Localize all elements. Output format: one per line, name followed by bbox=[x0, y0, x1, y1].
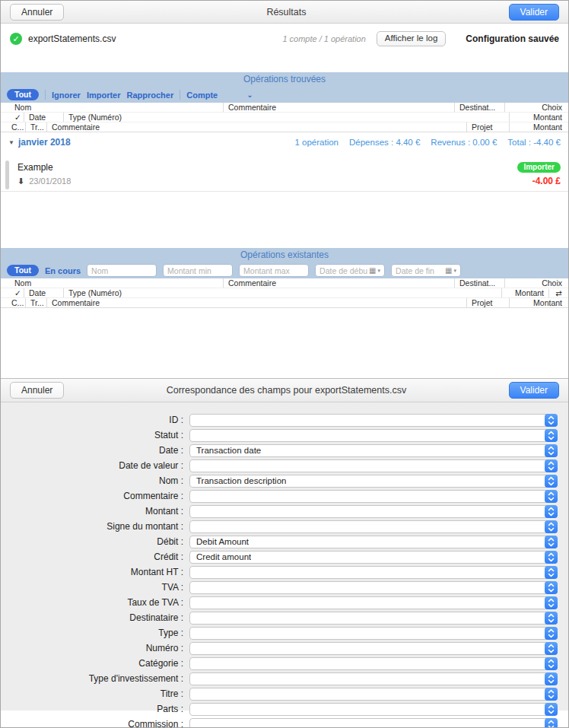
popup-stepper-icon[interactable] bbox=[545, 536, 558, 548]
field-select[interactable] bbox=[189, 703, 558, 716]
date-end-input[interactable] bbox=[396, 266, 443, 275]
popup-stepper-icon[interactable] bbox=[545, 505, 558, 518]
field-select[interactable] bbox=[189, 596, 558, 609]
validate-button-mapping[interactable]: Valider bbox=[509, 382, 559, 399]
col-nom[interactable]: Nom bbox=[1, 103, 223, 112]
field-select[interactable] bbox=[189, 490, 558, 503]
popup-stepper-icon[interactable] bbox=[545, 475, 558, 488]
popup-stepper-icon[interactable] bbox=[545, 490, 558, 503]
col-montant[interactable]: Montant bbox=[501, 288, 548, 297]
field-select[interactable] bbox=[189, 718, 558, 728]
popup-stepper-icon[interactable] bbox=[545, 459, 558, 472]
amount-max-field[interactable] bbox=[239, 264, 309, 277]
name-filter-input[interactable] bbox=[91, 266, 152, 275]
field-select[interactable] bbox=[189, 642, 558, 655]
calendar-icon[interactable]: ▦ bbox=[445, 267, 452, 275]
popup-stepper-icon[interactable] bbox=[545, 627, 558, 640]
col-projet[interactable]: Projet bbox=[466, 298, 509, 307]
field-select[interactable]: Transaction description bbox=[189, 475, 558, 488]
amount-min-input[interactable] bbox=[167, 266, 228, 275]
popup-stepper-icon[interactable] bbox=[545, 642, 558, 655]
popup-stepper-icon[interactable] bbox=[545, 672, 558, 685]
field-select[interactable] bbox=[189, 672, 558, 685]
filter-account[interactable]: Compte bbox=[186, 91, 218, 100]
col-choix[interactable]: Choix bbox=[504, 278, 568, 288]
col-commentaire-2[interactable]: Commentaire bbox=[46, 122, 466, 132]
popup-stepper-icon[interactable] bbox=[545, 444, 558, 457]
field-select[interactable] bbox=[189, 627, 558, 640]
popup-stepper-icon[interactable] bbox=[545, 718, 558, 728]
col-commentaire-2[interactable]: Commentaire bbox=[46, 298, 466, 307]
field-select[interactable]: Transaction date bbox=[189, 444, 558, 457]
field-select[interactable] bbox=[189, 414, 558, 427]
col-type[interactable]: Type (Numéro) bbox=[63, 288, 501, 297]
popup-stepper-icon[interactable] bbox=[545, 520, 558, 533]
calendar-icon[interactable]: ▦ bbox=[369, 267, 376, 275]
name-filter-field[interactable] bbox=[87, 264, 157, 277]
date-start-input[interactable] bbox=[319, 266, 367, 275]
col-commentaire[interactable]: Commentaire bbox=[223, 103, 454, 112]
col-projet[interactable]: Projet bbox=[466, 122, 509, 132]
col-tr[interactable]: Tr... bbox=[25, 122, 46, 132]
filter-all[interactable]: Tout bbox=[7, 89, 39, 100]
field-select[interactable] bbox=[189, 581, 558, 594]
col-destinataire[interactable]: Destinat... bbox=[454, 278, 504, 288]
popup-stepper-icon[interactable] bbox=[545, 703, 558, 716]
popup-stepper-icon[interactable] bbox=[545, 414, 558, 427]
validate-button[interactable]: Valider bbox=[509, 4, 559, 21]
date-end-field[interactable]: ▦ ▾ bbox=[391, 264, 461, 277]
field-select[interactable]: Credit amount bbox=[189, 551, 558, 564]
col-choix[interactable]: Choix bbox=[504, 103, 568, 112]
filter-ignore[interactable]: Ignorer bbox=[52, 91, 81, 100]
chevron-down-icon[interactable]: ▾ bbox=[378, 268, 381, 274]
col-date[interactable]: Date bbox=[24, 288, 63, 297]
col-type[interactable]: Type (Numéro) bbox=[63, 113, 509, 122]
chevron-down-icon[interactable]: ⌄ bbox=[246, 91, 253, 99]
popup-stepper-icon[interactable] bbox=[545, 429, 558, 442]
date-start-field[interactable]: ▦ ▾ bbox=[315, 264, 385, 277]
col-commentaire[interactable]: Commentaire bbox=[223, 278, 454, 288]
show-log-button[interactable]: Afficher le log bbox=[377, 31, 446, 46]
amount-max-input[interactable] bbox=[243, 266, 304, 275]
popup-stepper-icon[interactable] bbox=[545, 566, 558, 579]
col-nom[interactable]: Nom bbox=[1, 278, 223, 288]
popup-stepper-icon[interactable] bbox=[545, 688, 558, 701]
col-c[interactable]: C... bbox=[1, 298, 25, 307]
col-c[interactable]: C... bbox=[1, 122, 25, 132]
cancel-button-mapping[interactable]: Annuler bbox=[10, 382, 64, 399]
field-select[interactable] bbox=[189, 459, 558, 472]
popup-stepper-icon[interactable] bbox=[545, 657, 558, 670]
col-check[interactable]: ✓ bbox=[1, 288, 24, 297]
filter-match[interactable]: Rapprocher bbox=[127, 91, 174, 100]
col-tr[interactable]: Tr... bbox=[25, 298, 46, 307]
disclosure-triangle-icon[interactable]: ▼ bbox=[8, 139, 14, 146]
col-montant-2[interactable]: Montant bbox=[509, 298, 568, 307]
col-check[interactable]: ✓ bbox=[1, 113, 24, 122]
col-montant[interactable]: Montant bbox=[509, 113, 568, 122]
field-select[interactable] bbox=[189, 657, 558, 670]
popup-stepper-icon[interactable] bbox=[545, 612, 558, 625]
field-select[interactable] bbox=[189, 429, 558, 442]
filter-in-progress[interactable]: En cours bbox=[45, 266, 81, 275]
operation-row[interactable]: Example Importer ⬇ 23/01/2018 -4.00 £ bbox=[1, 158, 568, 192]
field-select[interactable] bbox=[189, 612, 558, 625]
field-select[interactable]: Debit Amount bbox=[189, 536, 558, 548]
popup-stepper-icon[interactable] bbox=[545, 581, 558, 594]
transfer-arrows-icon[interactable]: ⇄ bbox=[548, 289, 568, 297]
col-date[interactable]: Date bbox=[24, 113, 63, 122]
cancel-button[interactable]: Annuler bbox=[10, 4, 64, 21]
field-select[interactable] bbox=[189, 505, 558, 518]
col-destinataire[interactable]: Destinat... bbox=[454, 103, 504, 112]
field-select[interactable] bbox=[189, 520, 558, 533]
amount-min-field[interactable] bbox=[163, 264, 233, 277]
col-montant-2[interactable]: Montant bbox=[509, 122, 568, 132]
field-select[interactable] bbox=[189, 566, 558, 579]
popup-stepper-icon[interactable] bbox=[545, 551, 558, 564]
popup-stepper-icon[interactable] bbox=[545, 596, 558, 609]
field-select[interactable] bbox=[189, 688, 558, 701]
filter-import[interactable]: Importer bbox=[87, 91, 121, 100]
group-row-janvier-2018[interactable]: ▼ janvier 2018 1 opération Dépenses : 4.… bbox=[1, 134, 568, 151]
scrollbar-thumb[interactable] bbox=[5, 161, 9, 189]
filter-all-existing[interactable]: Tout bbox=[7, 265, 39, 276]
chevron-down-icon[interactable]: ▾ bbox=[454, 268, 457, 274]
